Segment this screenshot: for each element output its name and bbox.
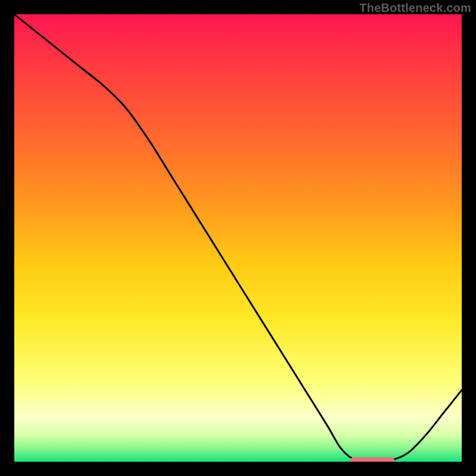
chart-plot-area [14, 14, 462, 462]
chart-frame: TheBottleneck.com [0, 0, 476, 476]
optimal-marker [350, 457, 394, 462]
svg-rect-0 [350, 457, 394, 462]
chart-svg [14, 14, 462, 462]
bottleneck-curve [14, 14, 462, 461]
watermark-text: TheBottleneck.com [359, 1, 471, 15]
